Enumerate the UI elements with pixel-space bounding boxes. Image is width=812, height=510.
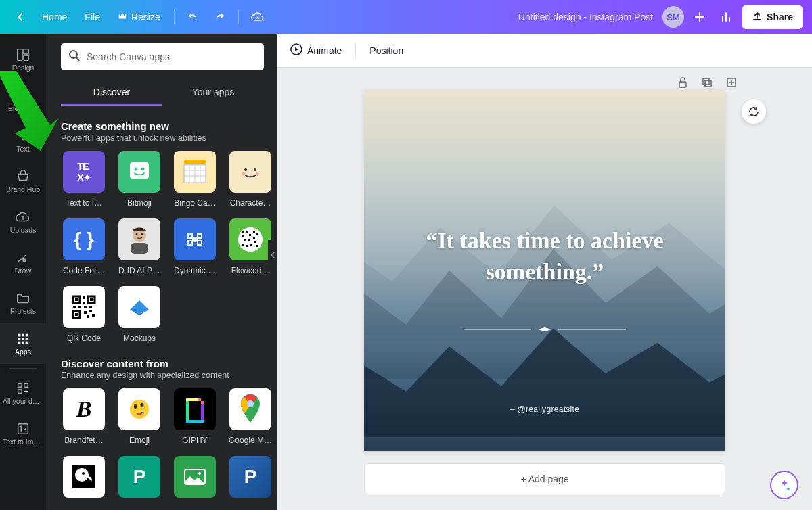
add-collaborator-button[interactable]	[688, 7, 711, 27]
app-character[interactable]: Characte…	[227, 151, 273, 208]
app-dynamic[interactable]: Dynamic …	[172, 218, 218, 275]
svg-rect-60	[78, 306, 81, 308]
resize-button[interactable]: Resize	[111, 7, 167, 27]
cloud-sync-icon[interactable]	[246, 6, 270, 28]
animate-button[interactable]: Animate	[290, 43, 342, 58]
svg-point-77	[247, 400, 254, 407]
app-emoji[interactable]: Emoji	[116, 388, 162, 445]
rail-projects[interactable]: Projects	[0, 283, 46, 323]
document-title[interactable]: Untitled design - Instagram Post	[518, 11, 653, 22]
magic-fab-button[interactable]	[770, 471, 798, 499]
crown-icon	[118, 11, 127, 23]
svg-point-21	[135, 168, 138, 171]
app-did[interactable]: D-ID AI P…	[116, 218, 162, 275]
rail-elements[interactable]: Elements	[0, 80, 46, 120]
svg-rect-84	[703, 78, 709, 85]
tab-discover[interactable]: Discover	[61, 80, 162, 106]
bitmoji-icon	[118, 151, 160, 193]
rail-uploads[interactable]: Uploads	[0, 202, 46, 242]
svg-rect-40	[256, 233, 258, 235]
separator	[174, 9, 175, 24]
app-brandfetch[interactable]: BBrandfet…	[61, 388, 107, 445]
app-label: Dynamic …	[172, 266, 218, 275]
rail-projects-label: Projects	[9, 308, 37, 316]
svg-rect-59	[73, 306, 76, 308]
app-pexels[interactable]: P	[116, 456, 162, 498]
quote-text[interactable]: “It takes time to achieve something.”	[391, 225, 698, 287]
app-mockups[interactable]: Mockups	[116, 286, 162, 343]
svg-rect-12	[22, 341, 24, 344]
app-giphy[interactable]: GIPHY	[172, 388, 218, 445]
search-input[interactable]	[87, 51, 257, 62]
tab-yourapps[interactable]: Your apps	[162, 80, 264, 106]
rail-brandhub[interactable]: Brand Hub	[0, 161, 46, 202]
svg-point-79	[82, 472, 85, 475]
app-bitmoji[interactable]: Bitmoji	[116, 151, 162, 208]
rail-apps-label: Apps	[14, 348, 32, 356]
app-code-format[interactable]: { }Code For…	[61, 218, 107, 275]
file-menu[interactable]: File	[78, 7, 107, 26]
svg-rect-73	[186, 420, 204, 423]
svg-rect-83	[679, 82, 686, 87]
user-avatar[interactable]: SM	[662, 6, 684, 28]
svg-rect-8	[18, 338, 21, 340]
rail-design-label: Design	[11, 64, 36, 72]
svg-rect-66	[87, 315, 89, 318]
search-bar[interactable]	[61, 43, 264, 70]
svg-rect-63	[84, 311, 87, 314]
svg-rect-45	[248, 239, 250, 241]
app-qrcode[interactable]: QR Code	[61, 286, 107, 343]
svg-rect-47	[242, 244, 244, 246]
design-page[interactable]: “It takes time to achieve something.” – …	[364, 90, 725, 451]
top-toolbar: Home File Resize Untitled design - Insta…	[0, 0, 812, 34]
resize-label: Resize	[131, 11, 160, 22]
app-flowcode[interactable]: Flowcod…	[227, 218, 273, 275]
add-page-button[interactable]: + Add page	[364, 463, 725, 494]
svg-rect-57	[83, 296, 85, 299]
app-pixabay[interactable]	[172, 456, 218, 498]
new-page-button[interactable]	[725, 76, 738, 91]
duplicate-button[interactable]	[701, 76, 713, 91]
rail-allyourdesigns[interactable]: All your desi…	[0, 373, 46, 413]
rail-text-label: Text	[15, 145, 30, 154]
panel-collapse-button[interactable]	[268, 240, 277, 270]
rail-apps[interactable]: Apps	[0, 323, 46, 364]
svg-rect-39	[253, 231, 255, 233]
app-duck[interactable]	[61, 456, 107, 498]
rail-draw[interactable]: Draw	[0, 242, 46, 283]
canvas-toolbar: Animate Position	[277, 34, 812, 67]
app-bingo[interactable]: Bingo Ca…	[172, 151, 218, 208]
undo-button[interactable]	[181, 7, 204, 27]
dynamic-icon	[174, 218, 216, 260]
rail-texttoimage[interactable]: Text to Image	[0, 413, 46, 454]
home-button[interactable]: Home	[35, 7, 74, 26]
prep-icon: P	[229, 456, 271, 498]
redo-button[interactable]	[208, 7, 231, 27]
topbar-right: Untitled design - Instagram Post SM Shar…	[518, 5, 803, 29]
section-discover-subtitle: Enhance any design with specialized cont…	[61, 371, 264, 380]
share-button[interactable]: Share	[742, 5, 803, 29]
back-button[interactable]	[9, 7, 31, 26]
magic-refresh-button[interactable]	[742, 99, 766, 124]
app-text-to-image[interactable]: TEX✦Text to I…	[61, 151, 107, 208]
position-button[interactable]: Position	[369, 45, 403, 56]
attribution-text[interactable]: – @reallygreatsite	[364, 404, 725, 414]
svg-point-29	[256, 172, 259, 176]
analytics-button[interactable]	[715, 7, 738, 27]
svg-rect-41	[242, 235, 244, 237]
svg-point-67	[130, 400, 149, 419]
svg-rect-43	[253, 237, 255, 239]
rail-design[interactable]: Design	[0, 39, 46, 80]
rail-text[interactable]: Text	[0, 120, 46, 161]
topbar-left: Home File Resize	[9, 6, 270, 28]
lock-button[interactable]	[677, 76, 689, 91]
app-googlemaps[interactable]: Google M…	[227, 388, 273, 445]
separator	[238, 9, 239, 24]
app-label: Mockups	[116, 333, 162, 343]
rail-elements-label: Elements	[7, 105, 39, 113]
app-prep[interactable]: P	[227, 456, 273, 498]
svg-point-78	[75, 468, 89, 482]
rail-allyourdesigns-label: All your desi…	[1, 398, 45, 406]
app-label: Text to I…	[61, 198, 107, 208]
canvas-body: “It takes time to achieve something.” – …	[277, 67, 812, 510]
